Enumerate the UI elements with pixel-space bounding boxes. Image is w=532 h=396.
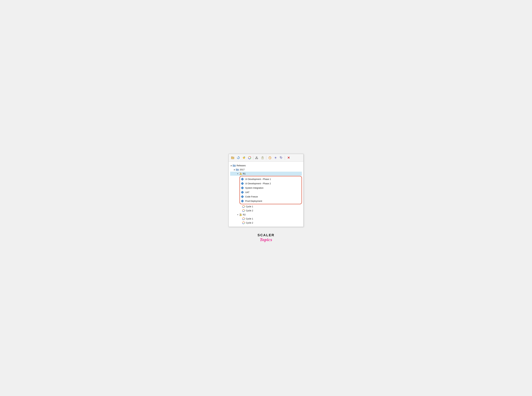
prod-deployment-diamond-icon [241,199,244,203]
uat-label: UAT [245,191,249,193]
highlight-box: UI Development - Phase 1 UI Development … [240,176,302,204]
scaler-logo-area: SCALER Topics [257,233,275,242]
system-integration-item[interactable]: System Integration [240,186,300,190]
settings-btn[interactable] [273,155,278,160]
year-2017-item[interactable]: ▶ 2017 [230,168,302,172]
spin-btn[interactable] [247,155,252,160]
sep1 [253,156,253,160]
tree-content: ▶ Releases ▶ 2017 [229,162,303,227]
r2-cycle1-item[interactable]: Cycle 1 [230,217,302,221]
r1-cycle2-label: Cycle 2 [246,209,253,212]
svg-point-10 [255,158,256,159]
svg-point-28 [240,173,241,174]
year-2017-folder-icon [236,168,239,171]
ui-dev-phase2-diamond-icon [241,182,244,185]
sep2 [266,156,266,160]
r1-cycle2-item[interactable]: Cycle 2 [230,209,302,213]
svg-rect-2 [231,157,234,159]
releases-label: Releases [237,164,246,167]
cut-btn[interactable] [254,155,259,160]
ui-dev-phase1-label: UI Development - Phase 1 [245,178,271,181]
r1-item[interactable]: ▼ R1 [230,172,302,176]
svg-rect-24 [233,165,234,165]
uat-item[interactable]: UAT [240,190,300,194]
r1-release-icon [239,172,242,175]
code-freeze-item[interactable]: Code Freeze [240,194,300,199]
close-btn[interactable]: ✕ [286,155,291,160]
r2-release-icon [239,213,242,216]
star-btn[interactable] [241,155,246,160]
uat-diamond-icon [241,191,244,194]
svg-rect-1 [231,157,233,157]
releases-folder-icon [233,164,236,167]
r1-cycle2-icon [242,209,245,212]
svg-point-31 [240,214,241,215]
r2-item[interactable]: ▼ R2 [230,213,302,217]
releases-item[interactable]: ▶ Releases [230,163,302,168]
r1-label: R1 [243,172,246,175]
svg-point-4 [238,157,239,158]
r2-chevron: ▼ [236,213,239,216]
r1-chevron: ▼ [236,172,239,175]
r2-cycle2-label: Cycle 2 [246,221,253,224]
svg-point-22 [281,157,281,157]
r2-label: R2 [243,213,246,216]
releases-chevron: ▶ [230,164,233,167]
ui-dev-phase2-label: UI Development - Phase 2 [245,182,271,185]
toolbar: ✕ [229,154,303,162]
code-freeze-diamond-icon [241,195,244,198]
svg-point-21 [275,157,276,158]
paste-btn[interactable] [260,155,265,160]
r1-cycle1-icon [242,205,245,208]
svg-point-6 [244,157,245,157]
code-freeze-label: Code Freeze [245,195,258,198]
scaler-text: SCALER [257,233,275,237]
page-wrapper: ✕ ▶ Releases ▶ [219,144,313,252]
svg-point-11 [257,158,258,159]
open-folder-btn[interactable] [230,155,235,160]
year-2017-label: 2017 [240,168,245,171]
refresh-btn[interactable] [236,155,241,160]
ui-dev-phase1-diamond-icon [241,178,244,181]
system-integration-diamond-icon [241,186,244,189]
system-integration-label: System Integration [245,187,263,189]
prod-deployment-item[interactable]: Prod Deployment [240,199,300,203]
prod-deployment-label: Prod Deployment [245,200,262,202]
topics-text: Topics [260,237,272,242]
r2-cycle2-icon [242,221,245,224]
r1-cycle1-item[interactable]: Cycle 1 [230,204,302,209]
r2-cycle1-label: Cycle 1 [246,217,253,220]
r2-cycle2-item[interactable]: Cycle 2 [230,221,302,225]
r2-cycle1-icon [242,217,245,220]
svg-rect-13 [262,157,263,157]
year-2017-chevron: ▶ [233,168,236,171]
tag-btn[interactable] [279,155,284,160]
r1-cycle1-label: Cycle 1 [246,205,253,208]
ui-dev-phase1-item[interactable]: UI Development - Phase 1 [240,177,300,181]
svg-point-20 [270,158,270,158]
clock-btn[interactable] [267,155,272,160]
svg-rect-26 [236,169,237,169]
ui-dev-phase2-item[interactable]: UI Development - Phase 2 [240,181,300,186]
main-window: ✕ ▶ Releases ▶ [228,154,304,227]
